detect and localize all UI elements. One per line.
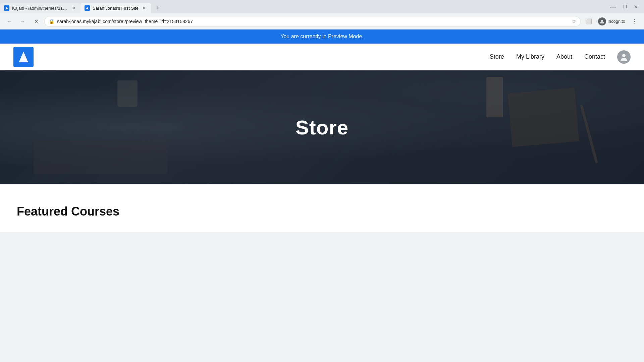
- tab-admin[interactable]: Kajabi - /admin/themes/2153158... ✕: [0, 3, 80, 13]
- window-controls: — ❐ ✕: [604, 0, 644, 13]
- incognito-label: Incognito: [607, 19, 625, 24]
- site-logo[interactable]: [13, 47, 34, 67]
- svg-marker-5: [19, 52, 28, 62]
- reload-button[interactable]: ✕: [31, 16, 42, 27]
- tab-title-site: Sarah Jonas's First Site: [93, 6, 139, 11]
- tab-close-admin[interactable]: ✕: [70, 5, 76, 11]
- preview-banner: You are currently in Preview Mode.: [0, 29, 644, 44]
- minimize-button[interactable]: —: [608, 2, 618, 12]
- browser-titlebar: Kajabi - /admin/themes/2153158... ✕ Sara…: [0, 0, 644, 13]
- desk-notebook-decoration: [507, 88, 579, 147]
- svg-marker-0: [5, 7, 8, 9]
- bookmark-icon[interactable]: ☆: [572, 18, 576, 24]
- nav-contact[interactable]: Contact: [584, 53, 605, 60]
- featured-courses-heading: Featured Courses: [17, 204, 627, 219]
- toolbar-right: ⬜ Incognito ⋮: [583, 16, 640, 27]
- svg-point-7: [622, 54, 626, 57]
- cast-button[interactable]: ⬜: [583, 16, 594, 27]
- hero-section: Store: [0, 70, 644, 184]
- tab-favicon-site: [85, 5, 90, 11]
- new-tab-button[interactable]: +: [153, 3, 162, 13]
- desk-roll-decoration: [486, 77, 503, 117]
- user-avatar[interactable]: [617, 50, 631, 64]
- browser-frame: Kajabi - /admin/themes/2153158... ✕ Sara…: [0, 0, 644, 362]
- main-content: Featured Courses: [0, 184, 644, 232]
- incognito-badge[interactable]: Incognito: [595, 16, 628, 27]
- preview-banner-text: You are currently in Preview Mode.: [280, 34, 364, 39]
- svg-marker-2: [86, 7, 89, 9]
- tab-strip: Kajabi - /admin/themes/2153158... ✕ Sara…: [0, 0, 604, 13]
- nav-my-library[interactable]: My Library: [516, 53, 544, 60]
- tab-site[interactable]: Sarah Jonas's First Site ✕: [80, 3, 151, 13]
- close-button[interactable]: ✕: [632, 3, 640, 11]
- url-text: sarah-jonas.mykajabi.com/store?preview_t…: [57, 19, 569, 24]
- desk-laptop-decoration: [34, 141, 168, 174]
- page-content: You are currently in Preview Mode. Store…: [0, 29, 644, 232]
- site-nav: Store My Library About Contact: [490, 50, 631, 64]
- nav-about[interactable]: About: [556, 53, 572, 60]
- lock-icon: 🔒: [49, 19, 54, 24]
- incognito-icon: [598, 17, 606, 25]
- forward-button[interactable]: →: [17, 16, 28, 27]
- menu-button[interactable]: ⋮: [629, 16, 640, 27]
- site-header: Store My Library About Contact: [0, 44, 644, 70]
- tab-favicon-admin: [4, 5, 9, 11]
- desk-pen-decoration: [580, 105, 598, 164]
- desk-mug-decoration: [117, 80, 138, 107]
- address-bar[interactable]: 🔒 sarah-jonas.mykajabi.com/store?preview…: [44, 16, 581, 27]
- hero-title: Store: [296, 116, 348, 139]
- restore-button[interactable]: ❐: [621, 3, 629, 11]
- browser-toolbar: ← → ✕ 🔒 sarah-jonas.mykajabi.com/store?p…: [0, 13, 644, 29]
- back-button[interactable]: ←: [4, 16, 15, 27]
- tab-close-site[interactable]: ✕: [141, 5, 147, 11]
- tab-title-admin: Kajabi - /admin/themes/2153158...: [12, 6, 68, 11]
- nav-store[interactable]: Store: [490, 53, 504, 60]
